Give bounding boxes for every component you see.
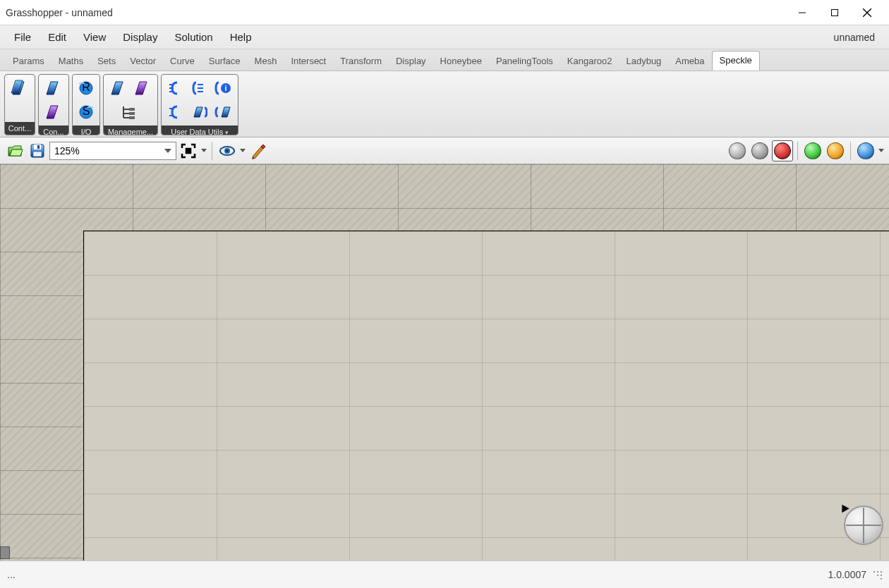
canvas[interactable]	[0, 164, 889, 561]
panel-io: R S I/O	[72, 74, 100, 135]
preview-settings-dropdown[interactable]	[878, 140, 885, 161]
tool-speckle-data[interactable]	[8, 78, 29, 99]
menu-help[interactable]: Help	[222, 28, 260, 46]
panel-label[interactable]: User Data Utils	[162, 125, 238, 135]
tab-mesh[interactable]: Mesh	[248, 52, 284, 71]
window-title: Grasshopper - unnamed	[6, 7, 786, 18]
svg-point-40	[226, 149, 229, 152]
tool-tree[interactable]	[107, 102, 152, 123]
svg-rect-36	[33, 152, 42, 157]
svg-rect-18	[129, 108, 135, 111]
save-button[interactable]	[27, 140, 48, 161]
statusbar: ... 1.0.0007	[0, 561, 889, 588]
sphere-green-icon	[804, 142, 821, 159]
tab-ladybug[interactable]: Ladybug	[619, 52, 668, 71]
tool-udu-info[interactable]: i	[212, 78, 234, 99]
zoom-extents-dropdown[interactable]	[200, 140, 207, 161]
scrollbar-stub[interactable]	[0, 546, 10, 559]
preview-selected-button[interactable]	[802, 140, 823, 161]
tool-udu-expand[interactable]	[188, 78, 210, 99]
tool-udu-get[interactable]	[164, 102, 186, 123]
svg-marker-32	[222, 107, 230, 117]
zoom-value: 125%	[54, 145, 80, 157]
canvas-toolbar: 125%	[0, 137, 889, 164]
tab-honeybee[interactable]: Honeybee	[433, 52, 489, 71]
sphere-grey-icon	[729, 142, 746, 159]
svg-rect-35	[37, 145, 40, 149]
tab-vector[interactable]: Vector	[123, 52, 163, 71]
shade-wire-button[interactable]	[727, 140, 748, 161]
minimize-button[interactable]	[786, 2, 818, 23]
panel-label[interactable]: Manageme...	[104, 125, 157, 135]
panel-conversion: Con...	[38, 74, 69, 135]
tab-speckle[interactable]: Speckle	[712, 51, 760, 71]
status-text: ...	[7, 569, 828, 580]
canvas-compass[interactable]	[844, 506, 883, 545]
tab-intersect[interactable]: Intersect	[284, 52, 333, 71]
tool-receiver[interactable]: R	[75, 78, 97, 99]
menu-solution[interactable]: Solution	[166, 28, 221, 46]
tool-udu-query[interactable]	[212, 102, 234, 123]
titlebar: Grasshopper - unnamed	[0, 0, 889, 25]
open-button[interactable]	[4, 140, 25, 161]
ribbon-panels: Cont... Con... R S I/O	[0, 71, 889, 137]
resize-grip[interactable]	[872, 570, 882, 580]
sketch-button[interactable]	[248, 140, 269, 161]
sphere-blue-icon	[857, 142, 874, 159]
tool-stream-2[interactable]	[131, 78, 152, 99]
panel-label[interactable]: Con...	[39, 125, 68, 135]
svg-rect-37	[186, 149, 190, 153]
canvas-page[interactable]	[83, 231, 889, 561]
svg-marker-31	[194, 107, 202, 117]
svg-rect-1	[832, 9, 838, 16]
version-text: 1.0.0007	[828, 569, 867, 580]
preview-mesh-button[interactable]	[825, 140, 846, 161]
svg-text:i: i	[224, 84, 226, 92]
shade-shaded-button[interactable]	[772, 140, 793, 161]
svg-marker-12	[111, 82, 123, 94]
shade-ghosted-button[interactable]	[749, 140, 770, 161]
preview-dropdown[interactable]	[239, 140, 246, 161]
tab-sets[interactable]: Sets	[90, 52, 123, 71]
panel-label[interactable]: I/O	[73, 125, 99, 135]
svg-marker-6	[47, 82, 58, 94]
panel-management: Manageme...	[103, 74, 158, 135]
tool-udu-create[interactable]	[164, 78, 186, 99]
tab-maths[interactable]: Maths	[52, 52, 90, 71]
tab-display[interactable]: Display	[389, 52, 433, 71]
tool-udu-set[interactable]	[188, 102, 210, 123]
tab-surface[interactable]: Surface	[202, 52, 248, 71]
document-name: unnamed	[826, 29, 883, 46]
sphere-grey2-icon	[751, 142, 768, 159]
tab-kangaroo2[interactable]: Kangaroo2	[560, 52, 619, 71]
sphere-red-icon	[774, 142, 791, 159]
menu-file[interactable]: File	[6, 28, 40, 46]
svg-rect-19	[129, 112, 135, 115]
tool-sender[interactable]: S	[75, 102, 97, 123]
tab-curve[interactable]: Curve	[163, 52, 202, 71]
tool-stream-1[interactable]	[107, 78, 128, 99]
panel-user-data-utils: i User Data Utils	[161, 74, 238, 135]
tab-panelingtools[interactable]: PanelingTools	[489, 52, 560, 71]
menu-view[interactable]: View	[75, 28, 114, 46]
close-button[interactable]	[851, 2, 883, 23]
svg-marker-7	[47, 106, 58, 118]
svg-rect-20	[129, 116, 135, 119]
sphere-orange-icon	[827, 142, 844, 159]
menubar: File Edit View Display Solution Help unn…	[0, 25, 889, 49]
zoom-select[interactable]: 125%	[49, 142, 176, 160]
ribbon-tabs: Params Maths Sets Vector Curve Surface M…	[0, 49, 889, 71]
tab-params[interactable]: Params	[6, 52, 52, 71]
panel-label[interactable]: Cont...	[5, 122, 35, 135]
tool-convert-1[interactable]	[42, 78, 63, 99]
zoom-extents-button[interactable]	[178, 140, 199, 161]
panel-content: Cont...	[4, 74, 35, 135]
maximize-button[interactable]	[818, 2, 851, 23]
preview-toggle[interactable]	[217, 140, 238, 161]
tab-transform[interactable]: Transform	[333, 52, 389, 71]
menu-edit[interactable]: Edit	[40, 28, 75, 46]
tab-ameba[interactable]: Ameba	[668, 52, 711, 71]
menu-display[interactable]: Display	[114, 28, 166, 46]
tool-convert-2[interactable]	[42, 102, 63, 123]
preview-settings-button[interactable]	[855, 140, 876, 161]
